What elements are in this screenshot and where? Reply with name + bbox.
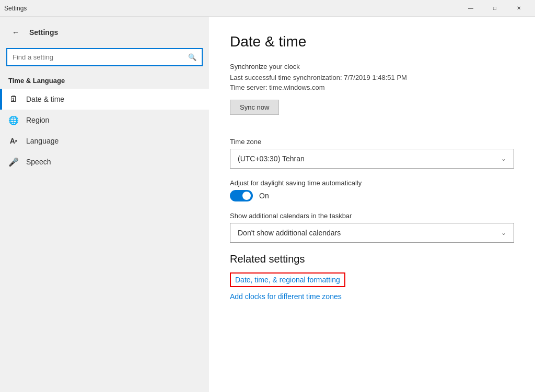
additional-calendars-dropdown[interactable]: Don't show additional calendars ⌄ [230, 223, 514, 243]
related-settings-section: Related settings Date, time, & regional … [230, 253, 514, 301]
sidebar-item-label: Date & time [26, 95, 64, 103]
title-bar-title: Settings [4, 5, 27, 12]
chevron-down-icon: ⌄ [501, 155, 506, 162]
daylight-saving-toggle[interactable] [230, 190, 253, 201]
date-time-regional-link[interactable]: Date, time, & regional formatting [230, 272, 345, 287]
sync-heading: Synchronize your clock [230, 63, 514, 70]
time-zone-label: Time zone [230, 138, 514, 146]
title-bar-left: Settings [4, 5, 27, 12]
time-zone-dropdown[interactable]: (UTC+03:30) Tehran ⌄ [230, 149, 514, 169]
toggle-state-label: On [259, 192, 269, 200]
related-settings-title: Related settings [230, 253, 514, 265]
additional-calendars-section: Show additional calendars in the taskbar… [230, 212, 514, 243]
sidebar-section-label: Time & Language [0, 75, 209, 89]
minimize-button[interactable]: — [459, 0, 483, 17]
daylight-saving-section: Adjust for daylight saving time automati… [230, 179, 514, 201]
sidebar-app-title: Settings [29, 28, 58, 37]
daylight-saving-label: Adjust for daylight saving time automati… [230, 179, 514, 187]
title-bar-controls: — □ ✕ [459, 0, 531, 17]
back-button[interactable]: ← [8, 25, 23, 40]
time-zone-value: (UTC+03:30) Tehran [238, 155, 305, 163]
page-title: Date & time [230, 33, 514, 50]
search-box: 🔍 [6, 48, 203, 66]
time-zone-section: Time zone (UTC+03:30) Tehran ⌄ [230, 138, 514, 169]
sidebar-item-region[interactable]: 🌐 Region [0, 110, 209, 130]
sidebar-item-speech[interactable]: 🎤 Speech [0, 151, 209, 172]
sidebar-item-label: Language [26, 137, 59, 145]
region-icon: 🌐 [8, 115, 19, 125]
sidebar-item-label: Speech [26, 158, 51, 166]
sidebar: ← Settings 🔍 Time & Language 🗓 Date & ti… [0, 17, 209, 392]
date-time-icon: 🗓 [8, 94, 19, 104]
close-button[interactable]: ✕ [507, 0, 531, 17]
sidebar-item-date-time[interactable]: 🗓 Date & time [0, 89, 209, 110]
add-clocks-link[interactable]: Add clocks for different time zones [230, 292, 514, 301]
sync-now-button[interactable]: Sync now [230, 100, 279, 115]
title-bar: Settings — □ ✕ [0, 0, 535, 17]
main-content: Date & time Synchronize your clock Last … [209, 17, 535, 392]
app-body: ← Settings 🔍 Time & Language 🗓 Date & ti… [0, 17, 535, 392]
synchronize-section: Synchronize your clock Last successful t… [230, 63, 514, 127]
search-icon: 🔍 [188, 53, 196, 61]
sidebar-item-label: Region [26, 116, 49, 124]
additional-calendars-value: Don't show additional calendars [238, 229, 341, 237]
language-icon: A≠ [8, 136, 19, 146]
maximize-button[interactable]: □ [483, 0, 507, 17]
additional-calendars-label: Show additional calendars in the taskbar [230, 212, 514, 220]
sidebar-header: ← Settings [0, 21, 209, 48]
chevron-down-icon: ⌄ [501, 229, 506, 236]
speech-icon: 🎤 [8, 157, 19, 167]
search-icon-button[interactable]: 🔍 [183, 53, 202, 61]
sidebar-item-language[interactable]: A≠ Language [0, 130, 209, 151]
toggle-thumb [242, 192, 251, 200]
toggle-row: On [230, 190, 514, 201]
search-input[interactable] [7, 49, 183, 65]
last-sync-label: Last successful time synchronization: 7/… [230, 74, 514, 81]
time-server-label: Time server: time.windows.com [230, 84, 514, 91]
